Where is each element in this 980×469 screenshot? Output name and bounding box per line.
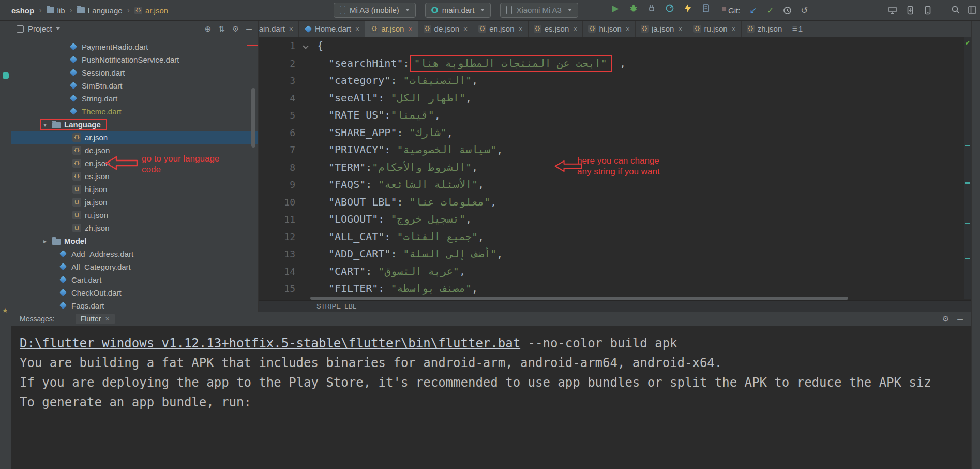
stop-button[interactable]: ■ <box>719 3 729 13</box>
stripe-mark[interactable] <box>965 145 970 146</box>
run-button[interactable]: ▶ <box>610 3 621 13</box>
lightning-icon <box>684 4 692 13</box>
tree-item[interactable]: Faqs.dart <box>11 299 258 312</box>
tree-item-label: ru.json <box>85 211 108 219</box>
tree-item[interactable]: PaymentRadio.dart <box>11 40 258 53</box>
device-manager-button[interactable] <box>923 5 933 16</box>
tree-scrollbar[interactable] <box>251 88 255 148</box>
layout-settings-button[interactable] <box>967 5 977 15</box>
debug-button[interactable] <box>628 3 639 13</box>
close-icon[interactable] <box>463 25 468 33</box>
tree-item[interactable]: Language <box>11 118 258 131</box>
gutter-fold-column <box>303 141 311 159</box>
console-link[interactable]: D:\flutter_windows_v1.12.13+hotfix.5-sta… <box>20 336 520 350</box>
editor-tab[interactable]: main.dart <box>259 21 299 37</box>
expand-arrow-icon[interactable] <box>43 121 52 128</box>
error-stripe[interactable] <box>964 37 971 299</box>
git-history-button[interactable] <box>782 5 792 16</box>
tree-item[interactable]: Session.dart <box>11 66 258 79</box>
breadcrumb-item[interactable]: Language <box>77 6 134 15</box>
tree-item[interactable]: CheckOut.dart <box>11 286 258 299</box>
fold-icon[interactable] <box>303 43 308 49</box>
tree-item[interactable]: Add_Address.dart <box>11 247 258 260</box>
search-everywhere-button[interactable] <box>951 5 961 15</box>
editor-tab[interactable]: Home.dart <box>299 21 365 37</box>
hide-panel-button[interactable]: ─ <box>957 315 963 324</box>
editor-tab[interactable]: ru.json <box>688 21 742 37</box>
stripe-mark[interactable] <box>965 182 970 184</box>
editor-tab-label: de.json <box>434 24 459 33</box>
close-icon[interactable] <box>355 25 359 33</box>
entry-point-selector[interactable]: main.dart <box>425 3 491 18</box>
profiler-button[interactable] <box>665 3 675 13</box>
close-icon[interactable] <box>573 25 577 33</box>
collapse-all-button[interactable]: ⇅ <box>218 24 225 34</box>
tree-item[interactable]: hi.json <box>11 183 258 196</box>
tree-item[interactable]: ja.json <box>11 196 258 209</box>
stripe-mark[interactable] <box>965 223 970 224</box>
tree-item[interactable]: All_Category.dart <box>11 260 258 273</box>
red-annotation-box: "الأسئلة الشائعة" <box>378 178 478 190</box>
gear-icon[interactable]: ⚙ <box>942 314 949 324</box>
horizontal-scrollbar[interactable] <box>310 297 848 300</box>
gear-icon[interactable]: ⚙ <box>232 24 239 34</box>
tree-item[interactable]: ru.json <box>11 209 258 222</box>
device-monitor-button[interactable] <box>887 5 898 16</box>
locate-file-button[interactable]: ⊕ <box>205 24 212 34</box>
favorites-star-icon[interactable]: ★ <box>2 306 8 314</box>
tree-item[interactable]: SimBtn.dart <box>11 79 258 92</box>
dart-tool-icon[interactable] <box>3 72 9 79</box>
breadcrumb-item[interactable]: lib <box>47 6 77 15</box>
tree-item[interactable]: Theme.dart <box>11 105 258 118</box>
file-type-icon <box>72 185 81 194</box>
inspections-ok-icon[interactable] <box>964 39 971 47</box>
file-type-icon <box>72 133 81 142</box>
tree-item[interactable]: ar.json <box>11 131 258 144</box>
tree-item[interactable]: String.dart <box>11 92 258 105</box>
flutter-console-tab[interactable]: Flutter <box>76 314 115 324</box>
expand-arrow-icon[interactable] <box>43 238 52 245</box>
close-icon[interactable] <box>408 25 412 33</box>
editor-tab[interactable]: en.json <box>473 21 529 37</box>
line-number: 2 <box>259 55 303 72</box>
close-icon[interactable] <box>626 25 630 33</box>
dart-target-icon <box>431 7 438 13</box>
breadcrumb-item[interactable]: ar.json <box>134 6 168 15</box>
devtools-button[interactable] <box>701 3 711 13</box>
project-panel-title[interactable]: Project <box>28 24 52 33</box>
chevron-down-icon[interactable] <box>56 27 60 30</box>
deploy-target-selector[interactable]: Xiaomi Mi A3 <box>500 3 578 18</box>
close-icon[interactable] <box>519 25 523 33</box>
hidden-tabs-button[interactable]: 1 <box>787 21 808 37</box>
git-rollback-button[interactable]: ↺ <box>799 5 809 16</box>
git-commit-button[interactable]: ✓ <box>765 5 775 16</box>
editor-tab[interactable]: ja.json <box>636 21 688 37</box>
install-on-device-button[interactable] <box>905 5 915 16</box>
stripe-mark[interactable] <box>965 258 970 259</box>
hide-panel-button[interactable]: ─ <box>246 24 252 33</box>
tree-item-label: hi.json <box>85 185 107 194</box>
console-output[interactable]: D:\flutter_windows_v1.12.13+hotfix.5-sta… <box>11 326 971 412</box>
close-icon[interactable] <box>289 25 293 33</box>
tree-item[interactable]: zh.json <box>11 222 258 234</box>
hot-reload-button[interactable] <box>683 3 693 13</box>
git-update-button[interactable]: ↙ <box>748 5 758 16</box>
tree-item[interactable]: PushNotificationService.dart <box>11 53 258 66</box>
editor-tab[interactable]: hi.json <box>583 21 636 37</box>
gutter-fold-column <box>303 72 311 90</box>
editor-tab[interactable]: de.json <box>418 21 474 37</box>
breadcrumb-item[interactable]: eshop <box>11 6 47 15</box>
editor-tab[interactable]: ar.json <box>365 21 418 37</box>
tree-item[interactable]: Model <box>11 234 258 247</box>
breadcrumb: eshop lib Language ar.json <box>11 0 168 21</box>
editor-tab[interactable]: zh.json <box>742 21 787 37</box>
close-icon[interactable] <box>732 25 736 33</box>
tree-item[interactable]: Cart.dart <box>11 273 258 286</box>
attach-debugger-button[interactable] <box>646 3 657 13</box>
device-selector[interactable]: Mi A3 (mobile) <box>334 3 416 18</box>
close-icon[interactable] <box>678 25 682 33</box>
file-type-icon <box>69 94 78 103</box>
editor-breadcrumb[interactable]: STRIPE_LBL <box>259 300 971 312</box>
close-icon[interactable] <box>105 315 109 323</box>
editor-tab[interactable]: es.json <box>529 21 583 37</box>
